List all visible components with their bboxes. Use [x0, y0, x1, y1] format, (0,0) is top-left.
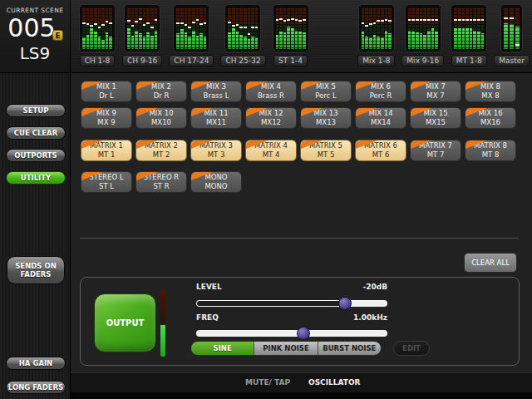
waveform-button-pink-noise[interactable]: PINK NOISE	[254, 342, 318, 355]
tab-oscillator[interactable]: OSCILLATOR	[308, 378, 361, 387]
level-slider[interactable]	[196, 300, 387, 307]
channel-button-name: MT 5	[301, 150, 351, 160]
channel-button-name: MX14	[356, 118, 406, 127]
meter-bar	[200, 7, 203, 49]
freq-slider[interactable]	[196, 330, 387, 337]
meter-bar	[303, 7, 306, 49]
meter-bar-fill	[373, 35, 377, 50]
meter-bar-fill	[90, 28, 93, 49]
fader-position-marker	[377, 20, 380, 22]
meter-bar-fill	[298, 32, 302, 49]
fader-position-marker	[248, 33, 251, 35]
meter-block-mix-1-8[interactable]: Mix 1-8	[357, 4, 395, 66]
channel-button-mix-2[interactable]: MIX 2Dr R	[135, 81, 187, 102]
current-scene-panel: CURRENT SCENE 005 E LS9	[0, 0, 71, 73]
meter-block-mix-9-16[interactable]: Mix 9-16	[401, 4, 444, 66]
channel-button-name: Perc L	[301, 91, 351, 101]
waveform-button-sine[interactable]: SINE	[191, 342, 254, 355]
channel-button-mix-5[interactable]: MIX 5Perc L	[300, 81, 352, 102]
channel-button-name: Dr R	[136, 91, 186, 101]
channel-button-mix-4[interactable]: MIX 4Brass R	[245, 81, 297, 102]
sidebar-button-outports[interactable]: OUTPORTS	[6, 149, 66, 162]
sends-on-faders-line2: FADERS	[7, 270, 64, 278]
meter-bar-fill	[143, 37, 146, 49]
channel-button-matrix-1[interactable]: MATRIX 1MT 1	[81, 140, 132, 161]
channel-button-stereo-l[interactable]: STEREO LST L	[81, 171, 132, 193]
sends-on-faders-button[interactable]: SENDS ON FADERS	[7, 256, 65, 284]
oscillator-output-button[interactable]: OUTPUT	[94, 293, 156, 352]
meter-bar-fill	[248, 39, 251, 50]
fader-position-marker	[411, 19, 415, 21]
fader-position-marker	[94, 23, 97, 25]
meter-block-ch-25-32[interactable]: CH 25-32	[220, 4, 265, 66]
meter-bar	[411, 7, 415, 49]
meter-bar-fill	[176, 33, 180, 49]
channel-button-mix-6[interactable]: MIX 6Perc R	[355, 81, 406, 102]
meter-bar-fill	[200, 33, 203, 49]
meter-block-master[interactable]: Master	[494, 4, 530, 66]
meter-block-st-1-4[interactable]: ST 1-4	[273, 4, 309, 66]
channel-button-mix-9[interactable]: MIX 9MX 9	[81, 107, 132, 129]
meter-group-outputs: Mix 1-8Mix 9-16MT 1-8Master	[357, 4, 530, 66]
meter-bar-fill	[155, 31, 158, 50]
long-faders-button[interactable]: LONG FADERS	[6, 381, 66, 394]
sidebar-button-setup[interactable]: SETUP	[6, 104, 66, 117]
clear-all-button[interactable]: CLEAR ALL	[464, 253, 517, 273]
meter-bar-fill	[473, 31, 476, 50]
channel-button-mix-8[interactable]: MIX 8MX 8	[465, 81, 516, 102]
channel-button-stereo-r[interactable]: STEREO RST R	[135, 171, 187, 193]
meter-bar-fill	[185, 32, 188, 49]
meter-bar	[462, 7, 466, 49]
meter-block-ch-17-24[interactable]: CH 17-24	[169, 4, 214, 66]
fader-position-marker	[98, 27, 101, 28]
meter-bar	[135, 7, 138, 49]
channel-button-matrix-4[interactable]: MATRIX 4MT 4	[245, 140, 297, 161]
channel-button-matrix-2[interactable]: MATRIX 2MT 2	[135, 140, 187, 161]
channel-button-matrix-3[interactable]: MATRIX 3MT 3	[190, 140, 242, 161]
channel-button-mix-1[interactable]: MIX 1Dr L	[81, 81, 132, 102]
channel-button-mix-7[interactable]: MIX 7MX 7	[410, 81, 461, 102]
channel-button-mix-15[interactable]: MIX 15MX15	[410, 107, 461, 129]
fader-position-marker	[82, 22, 86, 24]
waveform-button-burst-noise[interactable]: BURST NOISE	[318, 342, 381, 355]
ls9-editor-window: CURRENT SCENE 005 E LS9 CH 1-8CH 9-16CH …	[0, 0, 532, 399]
fader-position-marker	[431, 19, 435, 21]
fader-position-marker	[481, 19, 485, 21]
meter-block-ch-9-16[interactable]: CH 9-16	[122, 4, 162, 66]
channel-button-mix-12[interactable]: MIX 12MX12	[245, 107, 297, 129]
meter-block-ch-1-8[interactable]: CH 1-8	[79, 4, 116, 66]
fader-position-marker	[298, 20, 302, 22]
channel-button-name: MX 7	[411, 91, 461, 101]
ha-gain-button[interactable]: HA GAIN	[6, 357, 66, 370]
meter-bar-fill	[365, 37, 368, 49]
channel-button-matrix-7[interactable]: MATRIX 7MT 7	[410, 140, 461, 161]
freq-slider-knob[interactable]	[297, 327, 310, 340]
edit-button[interactable]: EDIT	[393, 341, 430, 356]
channel-button-mix-13[interactable]: MIX 13MX13	[300, 107, 352, 129]
meter-bar-fill	[283, 32, 287, 49]
channel-button-matrix-8[interactable]: MATRIX 8MT 8	[465, 140, 516, 161]
channel-button-matrix-6[interactable]: MATRIX 6MT 6	[355, 140, 406, 161]
tab-mute-tap[interactable]: MUTE/ TAP	[245, 378, 290, 387]
channel-button-mix-10[interactable]: MIX 10MX10	[135, 107, 187, 129]
level-slider-knob[interactable]	[338, 297, 352, 310]
fader-position-marker	[86, 23, 90, 25]
meter-bar-fill	[377, 37, 380, 49]
meter-bar	[228, 7, 231, 49]
fader-position-marker	[143, 24, 146, 26]
freq-value: 1.00kHz	[196, 313, 387, 322]
channel-button-name: MT 3	[191, 150, 241, 160]
sidebar-button-cue-clear[interactable]: CUE CLEAR	[6, 126, 66, 140]
channel-button-matrix-5[interactable]: MATRIX 5MT 5	[300, 140, 352, 161]
meter-block-mt-1-8[interactable]: MT 1-8	[451, 4, 487, 66]
channel-button-mix-11[interactable]: MIX 11MX11	[190, 107, 242, 129]
meter-display	[224, 4, 261, 52]
channel-button-mix-16[interactable]: MIX 16MX16	[465, 107, 516, 129]
channel-button-mix-3[interactable]: MIX 3Brass L	[190, 81, 242, 102]
channel-button-mono[interactable]: MONOMONO	[190, 171, 242, 193]
channel-button-mix-14[interactable]: MIX 14MX14	[355, 107, 406, 129]
sidebar-button-utility[interactable]: UTILITY	[6, 171, 66, 185]
scene-number: 005	[7, 13, 55, 42]
meter-bar	[466, 7, 469, 49]
meter-bar-fill	[276, 35, 279, 50]
